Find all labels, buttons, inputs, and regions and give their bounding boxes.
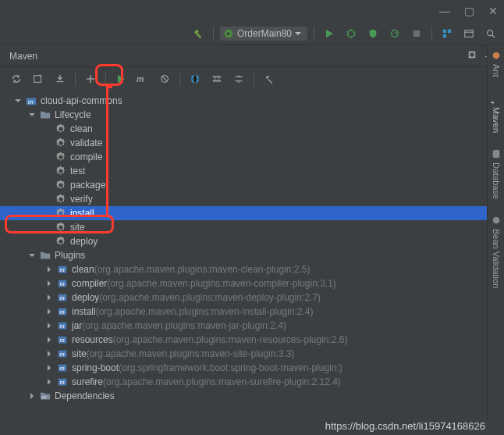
search-icon[interactable]: [482, 25, 499, 42]
svg-point-36: [492, 52, 499, 59]
execute-maven-goal-icon[interactable]: m: [134, 70, 151, 87]
chevron-down-icon[interactable]: [27, 250, 37, 261]
chevron-right-icon[interactable]: [44, 362, 55, 373]
side-tab-ant[interactable]: Ant: [491, 50, 502, 77]
svg-rect-5: [448, 29, 451, 32]
chevron-right-icon[interactable]: [44, 292, 55, 303]
run-icon[interactable]: [321, 25, 338, 42]
run-configuration-selector[interactable]: OrderMain80: [220, 27, 307, 41]
window-maximize-button[interactable]: ▢: [464, 5, 474, 17]
plugin-node-deploy[interactable]: mdeploy (org.apache.maven.plugins:maven-…: [0, 291, 504, 305]
lifecycle-goal-validate[interactable]: validate: [0, 136, 504, 150]
plugin-node-clean[interactable]: mclean (org.apache.maven.plugins:maven-c…: [0, 262, 504, 276]
gear-icon: [55, 221, 67, 234]
plugin-icon: m: [56, 362, 69, 374]
plugin-name-label: compiler: [72, 276, 107, 291]
panel-title: Maven: [9, 51, 37, 62]
maven-tree: m cloud-api-commons Lifecycle cleanvalid…: [0, 91, 504, 403]
svg-rect-9: [34, 76, 41, 83]
lifecycle-goal-package[interactable]: package: [0, 178, 504, 192]
coverage-icon[interactable]: [364, 25, 382, 42]
svg-text:m: m: [28, 98, 34, 105]
plugin-node-compiler[interactable]: mcompiler (org.apache.maven.plugins:mave…: [0, 276, 504, 291]
gear-icon[interactable]: [467, 49, 477, 63]
plugin-node-install[interactable]: minstall (org.apache.maven.plugins:maven…: [0, 305, 504, 319]
plugin-desc-label: (org.springframework.boot:spring-boot-ma…: [119, 361, 343, 375]
chevron-right-icon[interactable]: [44, 306, 55, 317]
lifecycle-goal-verify[interactable]: verify: [0, 192, 504, 206]
lifecycle-goal-label: install: [70, 206, 94, 220]
chevron-right-icon[interactable]: [44, 264, 55, 275]
lifecycle-node[interactable]: Lifecycle: [0, 108, 504, 122]
gear-icon: [55, 151, 67, 163]
watermark: https://blog.csdn.net/li15974168626: [325, 420, 485, 432]
side-tab-bean-validation[interactable]: Bean Validation: [491, 215, 502, 288]
plugin-icon: m: [56, 348, 69, 360]
lifecycle-goal-site[interactable]: site: [0, 220, 504, 234]
settings-icon[interactable]: [261, 70, 278, 87]
chevron-right-icon[interactable]: [44, 278, 55, 289]
gear-icon: [55, 165, 67, 177]
plugin-desc-label: (org.apache.maven.plugins:maven-clean-pl…: [94, 262, 311, 276]
plugin-node-spring-boot[interactable]: mspring-boot (org.springframework.boot:s…: [0, 361, 504, 375]
gear-icon: [55, 235, 67, 248]
chevron-right-icon[interactable]: [44, 320, 55, 331]
svg-rect-4: [443, 29, 446, 32]
window-icon[interactable]: [460, 25, 477, 42]
collapse-all-icon[interactable]: [230, 70, 247, 87]
toggle-skip-tests-icon[interactable]: [156, 70, 173, 87]
ide-toolbar: OrderMain80: [0, 22, 504, 45]
project-name-label: cloud-api-commons: [41, 94, 122, 108]
add-icon[interactable]: [82, 70, 99, 87]
lifecycle-goal-test[interactable]: test: [0, 164, 504, 178]
folder-icon: [39, 109, 51, 121]
plugin-desc-label: (org.apache.maven.plugins:maven-install-…: [96, 305, 314, 319]
hammer-icon[interactable]: [190, 25, 207, 42]
run-maven-goal-icon[interactable]: [112, 70, 130, 87]
toggle-offline-icon[interactable]: [186, 70, 204, 87]
lifecycle-goal-install[interactable]: install: [0, 206, 504, 220]
lifecycle-goal-clean[interactable]: clean: [0, 122, 504, 136]
svg-rect-13: [213, 77, 222, 78]
plugin-node-surefire[interactable]: msurefire (org.apache.maven.plugins:mave…: [0, 375, 504, 389]
maven-module-icon: m: [25, 94, 37, 107]
gear-icon: [55, 207, 67, 219]
side-tab-database[interactable]: Database: [491, 148, 502, 199]
profile-icon[interactable]: [386, 25, 403, 42]
plugin-node-resources[interactable]: mresources (org.apache.maven.plugins:mav…: [0, 333, 504, 347]
plugin-node-jar[interactable]: mjar (org.apache.maven.plugins:maven-jar…: [0, 319, 504, 333]
project-node[interactable]: m cloud-api-commons: [0, 94, 504, 108]
plugin-icon: m: [56, 277, 69, 290]
folder-icon: m: [39, 390, 51, 402]
svg-point-38: [492, 149, 499, 152]
chevron-down-icon[interactable]: [12, 95, 23, 106]
window-minimize-button[interactable]: —: [439, 5, 450, 17]
plugin-desc-label: (org.apache.maven.plugins:maven-surefire…: [103, 375, 341, 389]
svg-text:m: m: [60, 281, 65, 287]
download-icon[interactable]: [51, 70, 69, 87]
show-dependencies-icon[interactable]: [208, 70, 225, 87]
dependencies-node[interactable]: m Dependencies: [0, 389, 504, 403]
svg-rect-14: [213, 80, 222, 82]
window-close-button[interactable]: ✕: [488, 5, 498, 17]
lifecycle-goal-compile[interactable]: compile: [0, 150, 504, 164]
chevron-down-icon[interactable]: [27, 109, 37, 120]
svg-point-1: [348, 30, 355, 37]
lifecycle-goal-label: site: [70, 220, 85, 234]
chevron-right-icon[interactable]: [44, 376, 55, 387]
chevron-right-icon[interactable]: [44, 348, 55, 359]
plugin-node-site[interactable]: msite (org.apache.maven.plugins:maven-si…: [0, 347, 504, 361]
svg-rect-7: [465, 30, 474, 37]
plugin-icon: m: [56, 263, 69, 276]
chevron-right-icon[interactable]: [44, 334, 55, 345]
chevron-right-icon[interactable]: [27, 390, 37, 401]
lifecycle-goal-deploy[interactable]: deploy: [0, 234, 504, 248]
debug-icon[interactable]: [343, 25, 360, 42]
dependencies-label: Dependencies: [55, 389, 115, 403]
reimport-icon[interactable]: [8, 70, 25, 87]
generate-sources-icon[interactable]: [30, 70, 47, 87]
stop-icon: [408, 25, 425, 42]
side-tab-maven[interactable]: m Maven: [491, 93, 502, 133]
plugins-node[interactable]: Plugins: [0, 248, 504, 262]
project-structure-icon[interactable]: [438, 25, 456, 42]
